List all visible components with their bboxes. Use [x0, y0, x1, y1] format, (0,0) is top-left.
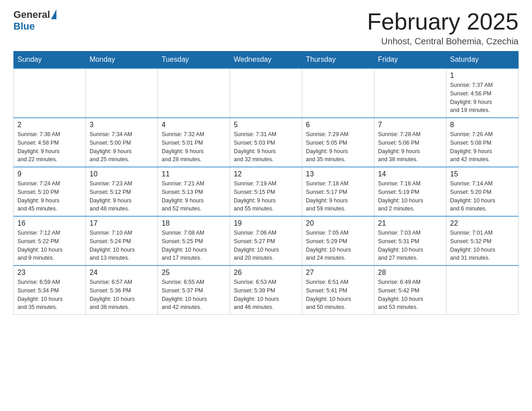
day-number: 24	[90, 269, 154, 277]
day-info: Sunrise: 7:32 AMSunset: 5:01 PMDaylight:…	[162, 130, 226, 164]
day-cell: 8Sunrise: 7:26 AMSunset: 5:08 PMDaylight…	[446, 118, 519, 167]
col-wednesday: Wednesday	[230, 51, 302, 68]
location-subtitle: Unhost, Central Bohemia, Czechia	[367, 36, 519, 47]
calendar-header-row: Sunday Monday Tuesday Wednesday Thursday…	[14, 51, 519, 68]
day-number: 27	[306, 269, 370, 277]
day-cell: 24Sunrise: 6:57 AMSunset: 5:36 PMDayligh…	[86, 265, 158, 315]
day-info: Sunrise: 7:23 AMSunset: 5:12 PMDaylight:…	[90, 180, 154, 213]
col-saturday: Saturday	[446, 51, 519, 68]
day-cell: 25Sunrise: 6:55 AMSunset: 5:37 PMDayligh…	[158, 265, 230, 315]
day-number: 16	[17, 219, 82, 227]
col-tuesday: Tuesday	[158, 51, 230, 68]
day-info: Sunrise: 7:14 AMSunset: 5:20 PMDaylight:…	[450, 180, 515, 213]
day-number: 3	[90, 121, 154, 129]
day-cell	[374, 68, 446, 118]
logo-blue-text: Blue	[13, 21, 35, 32]
day-info: Sunrise: 7:21 AMSunset: 5:13 PMDaylight:…	[162, 180, 226, 213]
day-cell: 3Sunrise: 7:34 AMSunset: 5:00 PMDaylight…	[86, 118, 158, 167]
day-cell: 15Sunrise: 7:14 AMSunset: 5:20 PMDayligh…	[446, 167, 519, 216]
day-cell: 17Sunrise: 7:10 AMSunset: 5:24 PMDayligh…	[86, 216, 158, 265]
logo-general-text: General	[13, 9, 50, 21]
day-number: 15	[450, 170, 515, 178]
day-cell: 2Sunrise: 7:36 AMSunset: 4:58 PMDaylight…	[14, 118, 86, 167]
day-cell: 6Sunrise: 7:29 AMSunset: 5:05 PMDaylight…	[302, 118, 374, 167]
day-number: 20	[306, 219, 370, 227]
day-info: Sunrise: 6:55 AMSunset: 5:37 PMDaylight:…	[162, 278, 226, 312]
day-cell: 12Sunrise: 7:19 AMSunset: 5:15 PMDayligh…	[230, 167, 302, 216]
day-number: 4	[162, 121, 226, 129]
day-cell: 20Sunrise: 7:05 AMSunset: 5:29 PMDayligh…	[302, 216, 374, 265]
day-info: Sunrise: 7:01 AMSunset: 5:32 PMDaylight:…	[450, 229, 515, 262]
day-number: 17	[90, 219, 154, 227]
day-info: Sunrise: 6:51 AMSunset: 5:41 PMDaylight:…	[306, 278, 370, 312]
title-section: February 2025 Unhost, Central Bohemia, C…	[367, 9, 519, 47]
day-number: 9	[17, 170, 82, 178]
day-number: 22	[450, 219, 515, 227]
day-cell: 10Sunrise: 7:23 AMSunset: 5:12 PMDayligh…	[86, 167, 158, 216]
day-info: Sunrise: 7:18 AMSunset: 5:17 PMDaylight:…	[306, 180, 370, 213]
day-number: 2	[17, 121, 82, 129]
day-cell: 9Sunrise: 7:24 AMSunset: 5:10 PMDaylight…	[14, 167, 86, 216]
day-cell	[158, 68, 230, 118]
day-info: Sunrise: 7:26 AMSunset: 5:08 PMDaylight:…	[450, 130, 515, 164]
day-number: 26	[234, 269, 298, 277]
week-row-3: 16Sunrise: 7:12 AMSunset: 5:22 PMDayligh…	[14, 216, 519, 265]
col-monday: Monday	[86, 51, 158, 68]
day-cell: 7Sunrise: 7:28 AMSunset: 5:06 PMDaylight…	[374, 118, 446, 167]
day-number: 8	[450, 121, 515, 129]
day-cell	[14, 68, 86, 118]
logo: General Blue	[13, 9, 56, 32]
day-number: 21	[378, 219, 442, 227]
day-number: 14	[378, 170, 442, 178]
col-friday: Friday	[374, 51, 446, 68]
week-row-4: 23Sunrise: 6:59 AMSunset: 5:34 PMDayligh…	[14, 265, 519, 315]
day-info: Sunrise: 6:53 AMSunset: 5:39 PMDaylight:…	[234, 278, 298, 312]
day-number: 18	[162, 219, 226, 227]
day-info: Sunrise: 7:31 AMSunset: 5:03 PMDaylight:…	[234, 130, 298, 164]
day-info: Sunrise: 7:08 AMSunset: 5:25 PMDaylight:…	[162, 229, 226, 262]
day-cell: 18Sunrise: 7:08 AMSunset: 5:25 PMDayligh…	[158, 216, 230, 265]
day-number: 7	[378, 121, 442, 129]
day-number: 10	[90, 170, 154, 178]
day-cell: 14Sunrise: 7:16 AMSunset: 5:19 PMDayligh…	[374, 167, 446, 216]
week-row-2: 9Sunrise: 7:24 AMSunset: 5:10 PMDaylight…	[14, 167, 519, 216]
day-cell	[446, 265, 519, 315]
day-info: Sunrise: 7:10 AMSunset: 5:24 PMDaylight:…	[90, 229, 154, 262]
col-sunday: Sunday	[14, 51, 86, 68]
day-info: Sunrise: 7:19 AMSunset: 5:15 PMDaylight:…	[234, 180, 298, 213]
day-number: 11	[162, 170, 226, 178]
day-number: 6	[306, 121, 370, 129]
day-info: Sunrise: 7:29 AMSunset: 5:05 PMDaylight:…	[306, 130, 370, 164]
day-number: 23	[17, 269, 82, 277]
day-cell: 27Sunrise: 6:51 AMSunset: 5:41 PMDayligh…	[302, 265, 374, 315]
calendar-table: Sunday Monday Tuesday Wednesday Thursday…	[13, 51, 519, 315]
day-cell: 11Sunrise: 7:21 AMSunset: 5:13 PMDayligh…	[158, 167, 230, 216]
day-number: 5	[234, 121, 298, 129]
day-cell	[86, 68, 158, 118]
day-number: 13	[306, 170, 370, 178]
col-thursday: Thursday	[302, 51, 374, 68]
logo-triangle-icon	[51, 9, 56, 19]
day-info: Sunrise: 7:28 AMSunset: 5:06 PMDaylight:…	[378, 130, 442, 164]
day-cell: 16Sunrise: 7:12 AMSunset: 5:22 PMDayligh…	[14, 216, 86, 265]
day-number: 25	[162, 269, 226, 277]
day-cell: 22Sunrise: 7:01 AMSunset: 5:32 PMDayligh…	[446, 216, 519, 265]
day-cell: 13Sunrise: 7:18 AMSunset: 5:17 PMDayligh…	[302, 167, 374, 216]
day-number: 12	[234, 170, 298, 178]
day-cell: 5Sunrise: 7:31 AMSunset: 5:03 PMDaylight…	[230, 118, 302, 167]
day-info: Sunrise: 7:03 AMSunset: 5:31 PMDaylight:…	[378, 229, 442, 262]
month-title: February 2025	[367, 9, 519, 34]
day-info: Sunrise: 7:36 AMSunset: 4:58 PMDaylight:…	[17, 130, 82, 164]
day-number: 19	[234, 219, 298, 227]
week-row-1: 2Sunrise: 7:36 AMSunset: 4:58 PMDaylight…	[14, 118, 519, 167]
day-info: Sunrise: 7:16 AMSunset: 5:19 PMDaylight:…	[378, 180, 442, 213]
day-cell: 28Sunrise: 6:49 AMSunset: 5:42 PMDayligh…	[374, 265, 446, 315]
page-header: General Blue February 2025 Unhost, Centr…	[13, 9, 519, 47]
day-info: Sunrise: 6:59 AMSunset: 5:34 PMDaylight:…	[17, 278, 82, 312]
day-cell: 19Sunrise: 7:06 AMSunset: 5:27 PMDayligh…	[230, 216, 302, 265]
day-info: Sunrise: 7:37 AMSunset: 4:56 PMDaylight:…	[450, 81, 515, 115]
day-cell: 23Sunrise: 6:59 AMSunset: 5:34 PMDayligh…	[14, 265, 86, 315]
day-info: Sunrise: 7:34 AMSunset: 5:00 PMDaylight:…	[90, 130, 154, 164]
day-info: Sunrise: 7:05 AMSunset: 5:29 PMDaylight:…	[306, 229, 370, 262]
day-cell	[230, 68, 302, 118]
